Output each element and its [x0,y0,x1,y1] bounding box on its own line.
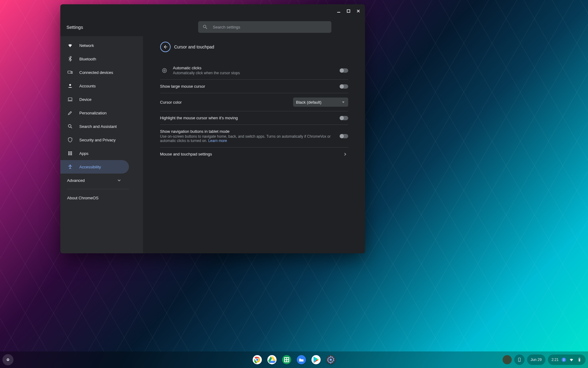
bluetooth-icon [67,56,73,62]
svg-rect-17 [70,154,71,155]
sidebar-item-accounts[interactable]: Accounts [60,79,129,93]
notification-badge: 2 [562,358,566,362]
shelf-calendar[interactable]: Jun 29 [527,355,545,365]
settings-sidebar: Network Bluetooth Connected devices Acco… [60,36,143,253]
select-value: Black (default) [296,100,322,105]
learn-more-link[interactable]: Learn more [208,139,227,143]
settings-window: Settings Network Bluetooth Connected dev… [60,4,365,253]
sidebar-item-label: Apps [79,151,89,156]
row-large-cursor: Show large mouse cursor [160,79,348,93]
phone-icon [517,357,522,362]
svg-rect-35 [579,358,579,358]
sidebar-item-label: Bluetooth [79,57,96,61]
apps-icon [67,150,73,156]
shelf-app-settings[interactable] [326,355,335,364]
arrow-left-icon [163,44,168,50]
files-icon [297,355,306,364]
row-sub-text: Use on-screen buttons to navigate home, … [160,134,331,143]
svg-rect-15 [71,153,72,154]
sidebar-advanced-toggle[interactable]: Advanced [60,174,129,187]
sidebar-item-search-assistant[interactable]: Search and Assistant [60,120,129,133]
row-title: Highlight the mouse cursor when it's mov… [160,116,335,120]
maximize-button[interactable] [344,7,353,15]
close-button[interactable] [354,7,363,15]
shelf-app-play[interactable] [311,355,321,364]
wifi-icon [569,357,574,362]
brush-icon [67,110,73,116]
settings-main: Cursor and touchpad Automatic clicks Aut… [143,36,365,253]
row-title: Show large mouse cursor [160,84,335,89]
devices-icon [67,69,73,75]
toggle-nav-buttons[interactable] [340,134,348,138]
person-icon [67,83,73,89]
back-button[interactable] [160,42,171,52]
svg-rect-4 [68,71,71,74]
shelf-phone-hub[interactable] [514,355,525,365]
shelf-avatar[interactable] [503,355,512,364]
sidebar-item-network[interactable]: Network [60,39,129,52]
toggle-automatic-clicks[interactable] [340,68,348,73]
shelf-time: 2:21 [552,358,559,362]
gear-icon [326,355,335,364]
sheets-icon [282,355,291,364]
minimize-button[interactable] [334,7,343,15]
shelf-apps [253,355,335,364]
sidebar-item-bluetooth[interactable]: Bluetooth [60,52,129,66]
shelf-app-drive[interactable] [267,355,277,364]
sidebar-divider [67,189,129,189]
svg-rect-1 [347,10,350,13]
svg-point-22 [164,70,165,71]
sidebar-item-personalization[interactable]: Personalization [60,106,129,120]
svg-point-6 [69,84,71,86]
maximize-icon [346,9,351,13]
toggle-highlight-cursor[interactable] [340,116,348,120]
svg-point-8 [68,125,71,127]
search-icon [202,24,208,30]
toggle-large-cursor[interactable] [340,84,348,89]
sidebar-item-label: Connected devices [79,70,113,75]
sidebar-item-label: Search and Assistant [79,124,117,129]
select-cursor-color[interactable]: Black (default) [293,98,348,107]
sidebar-item-apps[interactable]: Apps [60,147,129,160]
advanced-label: Advanced [67,178,85,183]
sidebar-item-connected-devices[interactable]: Connected devices [60,66,129,79]
sidebar-item-security[interactable]: Security and Privacy [60,133,129,147]
row-mouse-touchpad[interactable]: Mouse and touchpad settings [160,147,348,161]
svg-rect-10 [68,151,69,152]
shelf-app-sheets[interactable] [282,355,291,364]
svg-rect-12 [71,151,72,152]
svg-point-33 [519,361,519,361]
row-cursor-color: Cursor color Black (default) [160,93,348,111]
target-icon [160,67,169,74]
row-title: Automatic clicks [173,66,335,70]
shelf-app-files[interactable] [297,355,306,364]
svg-rect-18 [71,154,72,155]
shield-icon [67,137,73,143]
row-subtitle: Use on-screen buttons to navigate home, … [160,134,335,143]
minimize-icon [337,9,341,13]
accessibility-icon [67,164,73,170]
search-input[interactable] [213,25,327,29]
sidebar-item-accessibility[interactable]: Accessibility [60,160,129,174]
svg-rect-36 [579,359,580,361]
shelf-app-chrome[interactable] [253,355,262,364]
row-highlight-cursor: Highlight the mouse cursor when it's mov… [160,111,348,125]
window-titlebar [60,4,365,18]
sidebar-item-device[interactable]: Device [60,93,129,106]
shelf-status-tray[interactable]: 2:21 2 [548,355,586,365]
about-label: About ChromeOS [67,196,99,200]
search-icon [67,123,73,129]
sidebar-item-label: Personalization [79,111,107,115]
page-title: Cursor and touchpad [174,44,214,49]
row-title: Cursor color [160,100,289,105]
row-automatic-clicks: Automatic clicks Automatically click whe… [160,61,348,79]
row-subtitle: Automatically click when the cursor stop… [173,71,335,75]
search-box[interactable] [198,21,331,33]
sidebar-item-label: Accessibility [79,165,101,169]
sidebar-item-about[interactable]: About ChromeOS [60,191,143,205]
page-header: Cursor and touchpad [160,39,348,55]
drive-icon [268,355,276,364]
svg-rect-7 [68,98,72,100]
chevron-down-icon [116,177,122,183]
launcher-button[interactable] [2,354,13,365]
